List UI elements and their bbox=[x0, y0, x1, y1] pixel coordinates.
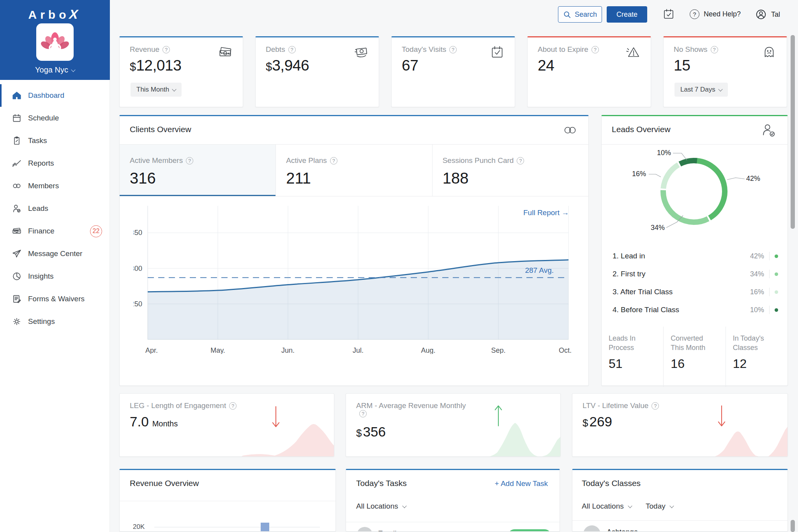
help-icon[interactable] bbox=[591, 46, 599, 53]
sidebar-item-label: Schedule bbox=[28, 114, 59, 122]
legend-percent: 16% bbox=[745, 288, 764, 296]
sidebar-item-members[interactable]: Members bbox=[0, 175, 110, 197]
members-icon bbox=[12, 181, 22, 191]
help-icon[interactable] bbox=[162, 46, 170, 53]
avatar bbox=[583, 525, 600, 532]
svg-text:Oct.: Oct. bbox=[559, 346, 572, 354]
help-icon[interactable] bbox=[288, 46, 296, 53]
need-help-button[interactable]: Need Help? bbox=[690, 9, 741, 19]
sidebar-item-leads[interactable]: Leads bbox=[0, 197, 110, 220]
tasks-location-dropdown[interactable]: All Locations bbox=[356, 502, 406, 511]
sidebar-item-finance[interactable]: Finance 22 bbox=[0, 220, 110, 242]
svg-text:Apr.: Apr. bbox=[145, 346, 158, 354]
legend-label: 2. First try bbox=[613, 270, 745, 278]
kpi-value: 15 bbox=[674, 57, 690, 74]
sidebar-item-forms-waivers[interactable]: Forms & Waivers bbox=[0, 288, 110, 310]
kpi-amount: 3,946 bbox=[272, 57, 309, 74]
svg-text:250: 250 bbox=[134, 300, 142, 308]
panel-title: Leads Overview bbox=[612, 125, 671, 134]
dropdown-value: Last 7 Days bbox=[680, 86, 715, 94]
trend-sparkline-positive bbox=[346, 421, 560, 456]
calendar-icon bbox=[12, 113, 22, 123]
revenue-overview-panel: Revenue Overview 20K bbox=[119, 469, 336, 532]
leads-overview-panel: Leads Overview 10% 16% 42% 34% 1. Lead i… bbox=[601, 115, 788, 386]
search-button[interactable]: Search bbox=[558, 6, 602, 23]
leads-stats: Leads In Process51 Converted This Month1… bbox=[602, 327, 787, 387]
sidebar-item-schedule[interactable]: Schedule bbox=[0, 107, 110, 129]
tab-active-plans[interactable]: Active Plans 211 bbox=[276, 145, 432, 196]
chevron-down-icon bbox=[172, 87, 176, 91]
help-icon[interactable] bbox=[449, 46, 457, 53]
dropdown-value: Today bbox=[646, 502, 666, 511]
metric-label: LTV - Lifetime Value bbox=[583, 401, 648, 410]
kpi-label: No Shows bbox=[674, 45, 708, 54]
add-new-task-button[interactable]: Add New Task bbox=[495, 479, 548, 488]
help-icon[interactable] bbox=[186, 157, 193, 164]
arbox-dashboard: ArboX Yoga Nyc Dashboard bbox=[0, 0, 798, 532]
kpi-card-debts: Debts $3,946 bbox=[255, 36, 379, 107]
sidebar-item-label: Forms & Waivers bbox=[28, 295, 85, 303]
sidebar-item-tasks[interactable]: Tasks bbox=[0, 129, 110, 152]
todays-tasks-panel: Today's Tasks Add New Task All Locations… bbox=[346, 469, 560, 532]
money-payment-icon bbox=[353, 44, 369, 62]
help-icon[interactable] bbox=[229, 402, 237, 410]
task-action-button[interactable] bbox=[508, 529, 551, 532]
sidebar-item-label: Insights bbox=[28, 272, 53, 281]
legend-dot bbox=[775, 272, 778, 276]
divider bbox=[769, 288, 770, 296]
panel-title: Revenue Overview bbox=[130, 479, 199, 488]
no-shows-period-dropdown[interactable]: Last 7 Days bbox=[674, 83, 728, 97]
dropdown-value: All Locations bbox=[582, 502, 624, 511]
tab-active-members[interactable]: Active Members 316 bbox=[120, 145, 276, 196]
sidebar-item-reports[interactable]: Reports bbox=[0, 152, 110, 175]
help-icon[interactable] bbox=[651, 402, 659, 410]
dropdown-value: This Month bbox=[136, 86, 169, 94]
revenue-period-dropdown[interactable]: This Month bbox=[131, 83, 182, 97]
divider bbox=[769, 270, 770, 278]
tab-sessions-punch-card[interactable]: Sessions Punch Card 188 bbox=[433, 145, 588, 196]
classes-location-dropdown[interactable]: All Locations bbox=[582, 502, 632, 511]
svg-text:300: 300 bbox=[134, 265, 142, 272]
kpi-amount: 24 bbox=[538, 57, 554, 74]
legend-dot bbox=[775, 308, 778, 312]
help-icon[interactable] bbox=[359, 410, 367, 417]
sidebar-item-insights[interactable]: Insights bbox=[0, 265, 110, 288]
svg-text:350: 350 bbox=[134, 229, 142, 237]
avatar bbox=[357, 527, 373, 532]
donut-callout-first-try: 34% bbox=[651, 224, 665, 232]
sidebar-item-dashboard[interactable]: Dashboard bbox=[0, 84, 110, 107]
create-button[interactable]: Create bbox=[607, 6, 647, 23]
lotus-icon bbox=[41, 28, 69, 57]
kpi-value: 67 bbox=[402, 57, 418, 74]
vertical-scrollbar[interactable] bbox=[791, 35, 795, 229]
help-icon[interactable] bbox=[330, 157, 337, 164]
logo-x: X bbox=[68, 7, 83, 22]
classes-date-dropdown[interactable]: Today bbox=[646, 502, 673, 511]
stat-label: Leads In Process bbox=[609, 334, 655, 353]
kpi-value: 24 bbox=[538, 57, 554, 74]
svg-text:287 Avg.: 287 Avg. bbox=[525, 266, 554, 274]
sidebar-item-label: Members bbox=[28, 182, 59, 190]
members-icon bbox=[562, 122, 578, 140]
vertical-scrollbar-fragment[interactable] bbox=[791, 520, 795, 532]
help-icon[interactable] bbox=[517, 157, 524, 164]
donut-callout-after-trial: 16% bbox=[632, 170, 646, 178]
home-icon bbox=[12, 90, 22, 101]
gear-icon bbox=[12, 316, 22, 327]
help-icon[interactable] bbox=[711, 46, 718, 53]
sidebar-item-label: Leads bbox=[28, 204, 48, 213]
sidebar-item-message-center[interactable]: Message Center bbox=[0, 242, 110, 265]
line-chart-icon bbox=[12, 158, 22, 168]
axis-tick-label: 20K bbox=[133, 523, 145, 531]
sidebar-item-settings[interactable]: Settings bbox=[0, 310, 110, 333]
warning-icon bbox=[625, 44, 641, 62]
money-bills-icon bbox=[217, 44, 233, 62]
calendar-shortcut-button[interactable] bbox=[662, 8, 675, 22]
kpi-amount: 67 bbox=[402, 57, 418, 74]
divider bbox=[602, 144, 787, 145]
user-menu[interactable]: Tal bbox=[755, 9, 780, 20]
panel-title: Today's Tasks bbox=[356, 479, 407, 488]
revenue-bar bbox=[261, 523, 269, 532]
svg-text:Aug.: Aug. bbox=[421, 346, 435, 354]
account-switcher[interactable]: Yoga Nyc bbox=[0, 65, 110, 74]
